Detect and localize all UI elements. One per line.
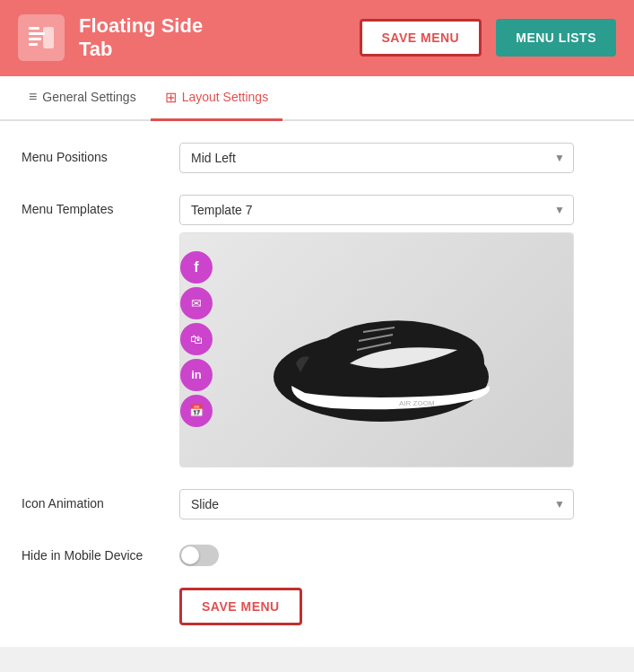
bag-float-icon: 🛍: [180, 323, 213, 355]
menu-positions-row: Menu Positions Mid Left Mid Right Top Le…: [22, 143, 612, 173]
hamburger-icon: ≡: [29, 89, 37, 105]
app-header: Floating Side Tab SAVE MENU MENU LISTS: [0, 0, 634, 76]
icon-animation-label: Icon Animation: [22, 489, 165, 511]
app-logo: [18, 14, 65, 61]
svg-rect-2: [29, 38, 41, 40]
tab-general-label: General Settings: [42, 90, 135, 104]
hide-mobile-label: Hide in Mobile Device: [22, 541, 165, 563]
svg-text:AIR ZOOM: AIR ZOOM: [399, 399, 435, 407]
icon-animation-row: Icon Animation Slide Fade Bounce None ▼: [22, 489, 612, 519]
preview-image: f ✉ 🛍 in 📅: [180, 233, 573, 467]
floating-icons-preview: f ✉ 🛍 in 📅: [180, 251, 213, 427]
menu-templates-select-wrapper: Template 1 Template 2 Template 3 Templat…: [179, 195, 574, 225]
hide-mobile-toggle[interactable]: [179, 545, 219, 566]
calendar-float-icon: 📅: [180, 395, 213, 427]
svg-rect-1: [29, 32, 45, 35]
save-menu-bottom-button[interactable]: SAVE MENU: [179, 588, 302, 625]
shoe-image: AIR ZOOM: [242, 260, 511, 440]
logo-icon: [27, 23, 56, 52]
svg-rect-4: [43, 27, 54, 48]
email-float-icon: ✉: [180, 287, 213, 319]
hide-mobile-control: [179, 541, 612, 566]
tabs-bar: ≡ General Settings ⊞ Layout Settings: [0, 76, 634, 121]
toggle-knob: [181, 546, 199, 564]
linkedin-float-icon: in: [180, 359, 213, 391]
app-title: Floating Side Tab: [79, 14, 345, 62]
icon-animation-select[interactable]: Slide Fade Bounce None: [179, 489, 574, 519]
save-menu-header-button[interactable]: SAVE MENU: [360, 19, 482, 57]
facebook-float-icon: f: [180, 251, 213, 284]
tab-layout-label: Layout Settings: [182, 90, 269, 104]
menu-templates-select[interactable]: Template 1 Template 2 Template 3 Templat…: [179, 195, 574, 225]
svg-rect-3: [29, 43, 38, 46]
main-content: Menu Positions Mid Left Mid Right Top Le…: [0, 121, 634, 647]
hide-mobile-row: Hide in Mobile Device: [22, 541, 612, 566]
menu-templates-row: Menu Templates Template 1 Template 2 Tem…: [22, 195, 612, 467]
template-preview: f ✉ 🛍 in 📅: [179, 232, 574, 467]
menu-templates-control: Template 1 Template 2 Template 3 Templat…: [179, 195, 612, 467]
icon-animation-select-wrapper: Slide Fade Bounce None ▼: [179, 489, 574, 519]
menu-positions-select[interactable]: Mid Left Mid Right Top Left Top Right Bo…: [179, 143, 574, 173]
tab-general-settings[interactable]: ≡ General Settings: [14, 76, 151, 120]
grid-icon: ⊞: [165, 89, 177, 106]
menu-positions-label: Menu Positions: [22, 143, 165, 164]
tab-layout-settings[interactable]: ⊞ Layout Settings: [151, 76, 283, 121]
svg-rect-0: [29, 27, 39, 30]
menu-positions-control: Mid Left Mid Right Top Left Top Right Bo…: [179, 143, 612, 173]
menu-positions-select-wrapper: Mid Left Mid Right Top Left Top Right Bo…: [179, 143, 574, 173]
menu-lists-button[interactable]: MENU LISTS: [496, 19, 616, 57]
menu-templates-label: Menu Templates: [22, 195, 165, 216]
icon-animation-control: Slide Fade Bounce None ▼: [179, 489, 612, 519]
bottom-actions: SAVE MENU: [22, 588, 612, 625]
